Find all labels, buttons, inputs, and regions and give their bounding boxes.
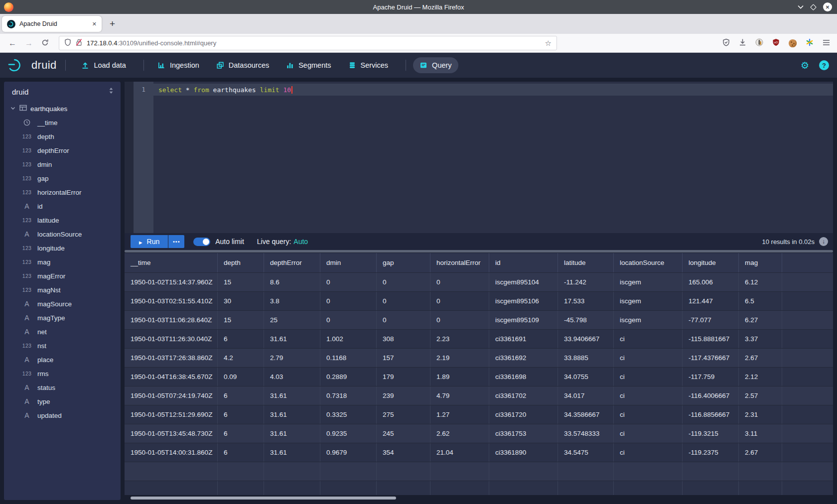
table-item-earthquakes[interactable]: earthquakes	[4, 102, 121, 116]
sql-code-area[interactable]: select * from earthquakes limit 10	[153, 82, 833, 233]
column-header-depthError[interactable]: depthError	[264, 253, 320, 272]
table-cell[interactable]: 245	[377, 424, 430, 443]
table-cell[interactable]: 15	[218, 273, 264, 291]
column-item-horizontalError[interactable]: 123horizontalError	[4, 185, 121, 199]
table-cell[interactable]: 2.57	[739, 386, 782, 405]
table-cell[interactable]: 0.3325	[320, 405, 377, 424]
table-cell[interactable]: 33.9406667	[558, 330, 614, 348]
table-cell[interactable]: 31.61	[264, 443, 320, 462]
table-cell[interactable]: -45.798	[558, 311, 614, 329]
column-item-nst[interactable]: 123nst	[4, 339, 121, 353]
column-item-place[interactable]: Aplace	[4, 353, 121, 367]
table-cell[interactable]: 34.5475	[558, 443, 614, 462]
column-item-__time[interactable]: __time	[4, 116, 121, 129]
table-cell[interactable]: 1.89	[430, 368, 489, 386]
column-item-depthError[interactable]: 123depthError	[4, 143, 121, 157]
nav-item-services[interactable]: Services	[342, 57, 395, 73]
table-cell[interactable]: ci	[614, 424, 683, 443]
table-cell[interactable]: 31.61	[264, 424, 320, 443]
table-cell[interactable]: 0.9235	[320, 424, 377, 443]
table-cell[interactable]: 1950-01-03T11:06:28.640Z	[125, 311, 218, 329]
table-cell[interactable]: 0.09	[218, 368, 264, 386]
table-cell[interactable]: ci	[614, 349, 683, 367]
table-cell[interactable]: 2.31	[739, 405, 782, 424]
table-cell[interactable]: 17.533	[558, 292, 614, 310]
table-cell[interactable]: 8.6	[264, 273, 320, 291]
table-cell[interactable]: 31.61	[264, 386, 320, 405]
table-cell[interactable]: 31.61	[264, 330, 320, 348]
table-cell[interactable]: 6	[218, 405, 264, 424]
column-item-gap[interactable]: 123gap	[4, 171, 121, 185]
schema-selector[interactable]: druid	[4, 82, 121, 102]
column-item-net[interactable]: Anet	[4, 325, 121, 339]
table-cell[interactable]: 0	[430, 273, 489, 291]
table-cell[interactable]: iscgem895106	[489, 292, 558, 310]
table-cell[interactable]: iscgem	[614, 311, 683, 329]
column-header-id[interactable]: id	[489, 253, 558, 272]
table-cell[interactable]: -77.077	[683, 311, 739, 329]
table-cell[interactable]: 6.12	[739, 273, 782, 291]
table-cell[interactable]: -116.8856667	[683, 405, 739, 424]
table-cell[interactable]: 33.8885	[558, 349, 614, 367]
table-cell[interactable]: 275	[377, 405, 430, 424]
table-cell[interactable]: 2.19	[430, 349, 489, 367]
table-cell[interactable]: 0	[377, 311, 430, 329]
druid-logo[interactable]: druid	[8, 58, 56, 73]
splitter-handle[interactable]	[125, 250, 833, 252]
bookmark-star-icon[interactable]	[545, 39, 552, 48]
table-cell[interactable]: -119.2375	[683, 443, 739, 462]
back-icon[interactable]	[8, 39, 16, 47]
table-cell[interactable]: ci	[614, 405, 683, 424]
forward-icon[interactable]	[25, 39, 33, 47]
pocket-shield-icon[interactable]	[722, 38, 730, 48]
table-cell[interactable]: ci3361691	[489, 330, 558, 348]
table-cell[interactable]: 34.0755	[558, 368, 614, 386]
table-cell[interactable]: ci	[614, 443, 683, 462]
table-cell[interactable]: 0.7318	[320, 386, 377, 405]
table-cell[interactable]: 25	[264, 311, 320, 329]
table-cell[interactable]: 1950-01-05T07:24:19.740Z	[125, 386, 218, 405]
column-item-magSource[interactable]: AmagSource	[4, 297, 121, 311]
extension-persona-icon[interactable]	[755, 38, 763, 48]
nav-item-datasources[interactable]: Datasources	[210, 57, 276, 73]
table-cell[interactable]: ci	[614, 330, 683, 348]
table-cell[interactable]: 2.79	[264, 349, 320, 367]
table-cell[interactable]: 1950-01-05T12:51:29.690Z	[125, 405, 218, 424]
table-cell[interactable]: ci3361698	[489, 368, 558, 386]
table-cell[interactable]: ci	[614, 368, 683, 386]
column-header-gap[interactable]: gap	[377, 253, 430, 272]
insecure-lock-icon[interactable]	[76, 38, 82, 48]
column-header-mag[interactable]: mag	[739, 253, 782, 272]
table-cell[interactable]: 1.002	[320, 330, 377, 348]
table-cell[interactable]: 165.006	[683, 273, 739, 291]
nav-item-query[interactable]: Query	[413, 57, 458, 73]
table-cell[interactable]: 1950-01-03T11:26:30.040Z	[125, 330, 218, 348]
table-cell[interactable]: 2.23	[430, 330, 489, 348]
tab-close-icon[interactable]	[92, 21, 97, 27]
column-item-locationSource[interactable]: AlocationSource	[4, 227, 121, 241]
table-cell[interactable]: 4.03	[264, 368, 320, 386]
table-cell[interactable]: 0	[320, 273, 377, 291]
table-cell[interactable]: 1950-01-05T13:45:48.730Z	[125, 424, 218, 443]
column-item-magError[interactable]: 123magError	[4, 269, 121, 283]
table-cell[interactable]: 6	[218, 443, 264, 462]
table-cell[interactable]: 21.04	[430, 443, 489, 462]
browser-tab[interactable]: Apache Druid	[2, 16, 102, 32]
column-header-dmin[interactable]: dmin	[320, 253, 377, 272]
table-cell[interactable]: 354	[377, 443, 430, 462]
run-button[interactable]: Run	[131, 235, 168, 248]
column-item-updated[interactable]: Aupdated	[4, 408, 121, 422]
table-cell[interactable]: 0	[430, 292, 489, 310]
table-cell[interactable]: -117.759	[683, 368, 739, 386]
table-cell[interactable]: ci3361890	[489, 443, 558, 462]
table-cell[interactable]: 157	[377, 349, 430, 367]
column-item-latitude[interactable]: 123latitude	[4, 213, 121, 227]
sql-editor[interactable]: 1 select * from earthquakes limit 10	[125, 82, 833, 233]
column-item-id[interactable]: Aid	[4, 199, 121, 213]
table-cell[interactable]: 0	[377, 273, 430, 291]
table-cell[interactable]: 1950-01-02T15:14:37.960Z	[125, 273, 218, 291]
table-cell[interactable]: 15	[218, 311, 264, 329]
table-cell[interactable]: ci3361753	[489, 424, 558, 443]
table-cell[interactable]: 2.12	[739, 368, 782, 386]
table-cell[interactable]: 1.27	[430, 405, 489, 424]
